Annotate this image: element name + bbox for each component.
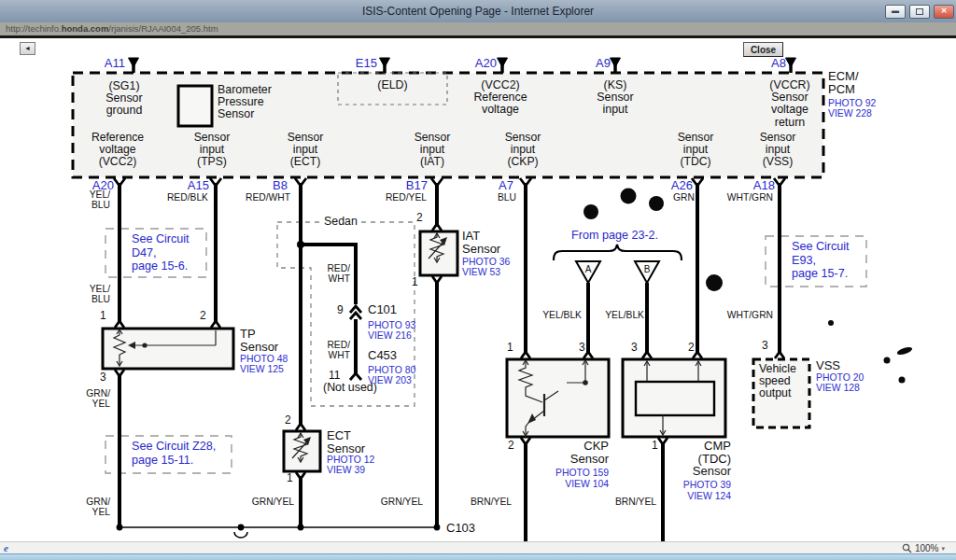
- cmp-view-link[interactable]: VIEW 124: [677, 491, 731, 501]
- ckp-photo-link[interactable]: PHOTO 159: [553, 468, 609, 478]
- caret-down-icon: ▾: [941, 545, 945, 553]
- tp-pin-1: 1: [100, 310, 106, 322]
- back-button[interactable]: ◄: [20, 42, 35, 55]
- wire-color-yel-blu: YEL/ BLU: [82, 189, 110, 210]
- tp-photo-link[interactable]: PHOTO 48: [240, 354, 288, 364]
- wire-color-yel-blk-a: YEL/BLK: [535, 310, 582, 320]
- window-title: ISIS-Content Opening Page - Internet Exp…: [0, 5, 956, 18]
- vss-output-label: Vehicle speed output: [759, 363, 796, 400]
- see-circuit-e93: See Circuit E93, page 15-7.: [792, 240, 850, 281]
- pin-a20-top: [498, 58, 508, 73]
- fn-vss: Sensor input (VSS): [746, 132, 809, 167]
- address-bar[interactable]: http://techinfo.honda.com/rjanisis/RJAAI…: [0, 22, 956, 35]
- ect-view-link[interactable]: VIEW 39: [327, 465, 365, 475]
- c101-view-link[interactable]: VIEW 216: [368, 330, 412, 341]
- c101-pin-9: 9: [337, 304, 344, 316]
- cmp-sensor-label: CMP (TDC) Sensor: [677, 440, 731, 478]
- close-page-button[interactable]: Close: [743, 42, 783, 57]
- pin-id-a7: A7: [487, 179, 513, 191]
- pin-id-a26: A26: [663, 179, 693, 191]
- ie-icon: e: [4, 542, 8, 553]
- ecm-top-pin-symbols: [129, 58, 796, 73]
- window-close-button[interactable]: ✕: [934, 5, 954, 19]
- junction-dot: [297, 241, 304, 248]
- pin-id-e15: E15: [347, 57, 377, 69]
- wire-color-wht-grn-2: WHT/GRN: [719, 310, 773, 320]
- label-vccr: (VCCR) Sensor voltage return: [762, 79, 818, 129]
- zoom-control[interactable]: 100% ▾: [902, 543, 945, 553]
- pin-id-a15: A15: [179, 179, 209, 191]
- pin-id-a11: A11: [91, 57, 125, 69]
- maximize-icon: [916, 8, 923, 15]
- browser-window: A11 E15 A20 A9 A8 (SG1) Sensor ground (E…: [0, 0, 956, 560]
- window-titlebar[interactable]: ISIS-Content Opening Page - Internet Exp…: [0, 0, 956, 23]
- ecm-view-link[interactable]: VIEW 228: [828, 108, 872, 119]
- fn-tdc: Sensor input (TDC): [664, 132, 727, 167]
- tp-pin-3: 3: [100, 371, 106, 384]
- not-used-label: (Not used): [323, 382, 377, 394]
- wire-color-brn-yel-cmp: BRN/YEL: [605, 497, 656, 507]
- separator-line: [0, 35, 956, 38]
- c103-label: C103: [446, 522, 475, 535]
- ckp-sensor-box: [507, 359, 609, 437]
- iat-sensor-box: [420, 231, 457, 275]
- pin-id-a20-top: A20: [467, 57, 497, 69]
- iat-view-link[interactable]: VIEW 53: [462, 267, 500, 277]
- c103-bus: [117, 525, 441, 538]
- ckp-view-link[interactable]: VIEW 104: [553, 479, 609, 489]
- pin-id-b17: B17: [392, 179, 428, 191]
- c101-photo-link[interactable]: PHOTO 93: [368, 320, 415, 330]
- cmp-pin-2: 2: [688, 342, 695, 354]
- ckp-sensor-label: CKP Sensor: [553, 440, 609, 465]
- ect-sensor-label: ECT Sensor: [327, 429, 365, 455]
- vss-photo-link[interactable]: PHOTO 20: [816, 372, 864, 383]
- tp-view-link[interactable]: VIEW 125: [240, 364, 284, 374]
- vss-label: VSS: [816, 359, 840, 372]
- pin-id-a9: A9: [586, 57, 611, 69]
- pin-a8: [786, 58, 796, 73]
- barometer-sensor-box: [178, 86, 212, 126]
- wire-color-grn: GRN: [659, 192, 695, 203]
- wire-color-red-wht-3: RED/ WHT: [317, 340, 350, 360]
- wire-color-red-wht-2: RED/ WHT: [317, 263, 350, 284]
- pin-id-b8: B8: [245, 179, 288, 191]
- wire-color-brn-yel-ckp: BRN/YEL: [460, 497, 512, 507]
- vss-pin-3: 3: [762, 340, 768, 352]
- label-ks: (KS) Sensor input: [586, 79, 644, 117]
- c101-label: C101: [368, 303, 397, 316]
- triangle-b-letter: B: [638, 263, 656, 275]
- see-circuit-z28: See Circuit Z28, page 15-11.: [132, 440, 216, 467]
- ect-photo-link[interactable]: PHOTO 12: [327, 455, 374, 465]
- zoom-level: 100%: [915, 543, 939, 553]
- address-url: http://techinfo.honda.com/rjanisis/RJAAI…: [6, 23, 218, 34]
- magnifier-icon: [902, 543, 912, 553]
- fn-vcc2: Reference voltage (VCC2): [86, 132, 149, 167]
- ect-pin-1: 1: [287, 472, 293, 484]
- c453-label: C453: [368, 349, 397, 362]
- fn-iat: Sensor input (IAT): [401, 132, 464, 167]
- status-bar: e 100% ▾: [0, 541, 956, 554]
- cmp-pin-3: 3: [631, 342, 638, 354]
- brace: [554, 245, 682, 260]
- minimize-button[interactable]: ▬: [885, 5, 906, 19]
- iat-sensor-label: IAT Sensor: [462, 230, 500, 255]
- wire-color-yel-blk-b: YEL/BLK: [598, 310, 644, 320]
- vss-view-link[interactable]: VIEW 128: [816, 383, 860, 393]
- c453-photo-link[interactable]: PHOTO 80: [368, 365, 415, 375]
- wire-color-wht-grn: WHT/GRN: [719, 192, 773, 203]
- cmp-photo-link[interactable]: PHOTO 39: [677, 480, 731, 490]
- c103-connector-arc: [234, 532, 247, 538]
- pin-a11: [129, 58, 139, 73]
- iat-photo-link[interactable]: PHOTO 36: [462, 257, 510, 267]
- fn-ect: Sensor input (ECT): [274, 132, 337, 167]
- cmp-pin-1: 1: [652, 440, 658, 452]
- wire-color-grn-yel-iat: GRN/YEL: [374, 497, 423, 507]
- maximize-button[interactable]: [909, 5, 930, 19]
- taskbar-strip: [0, 553, 956, 560]
- label-vcc2-top: (VCC2) Reference voltage: [462, 79, 539, 117]
- label-eld: (ELD): [338, 79, 447, 91]
- wire-color-grn-yel: GRN/ YEL: [82, 388, 110, 409]
- wire-color-grn-yel-ect: GRN/YEL: [246, 497, 294, 507]
- ecm-photo-link[interactable]: PHOTO 92: [828, 98, 876, 108]
- label-barometer: Barometer Pressure Sensor: [218, 84, 272, 121]
